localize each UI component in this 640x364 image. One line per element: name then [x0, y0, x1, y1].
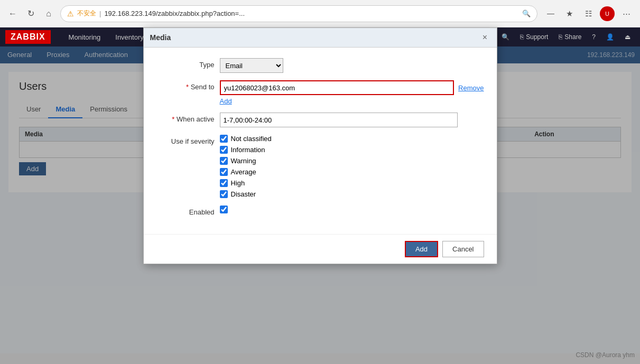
severity-disaster[interactable]: Disaster — [220, 190, 484, 198]
enabled-row: Enabled — [156, 206, 484, 216]
when-active-row: When active — [156, 113, 484, 127]
back-button[interactable]: ← — [5, 6, 20, 21]
modal-add-button[interactable]: Add — [405, 241, 438, 257]
enabled-label: Enabled — [156, 206, 215, 216]
severity-label: Use if severity — [156, 135, 215, 145]
help-button[interactable]: ? — [588, 31, 600, 43]
when-active-control — [220, 113, 484, 127]
favorites-button[interactable]: ★ — [561, 5, 578, 22]
add-send-to-link[interactable]: Add — [220, 97, 232, 105]
severity-high[interactable]: High — [220, 179, 484, 187]
nav-monitoring[interactable]: Monitoring — [61, 27, 108, 46]
send-to-input-row: Remove — [220, 80, 484, 95]
severity-average-checkbox[interactable] — [220, 168, 228, 176]
when-active-label: When active — [156, 113, 215, 123]
url-separator: | — [99, 10, 101, 17]
security-text: 不安全 — [77, 9, 96, 18]
remove-link[interactable]: Remove — [458, 84, 484, 92]
browser-nav-buttons: ← ↻ ⌂ — [5, 6, 56, 21]
profile-button[interactable]: U — [599, 5, 616, 22]
send-to-control: Remove Add — [220, 80, 484, 105]
when-active-input[interactable] — [220, 113, 458, 127]
severity-information[interactable]: Information — [220, 146, 484, 154]
severity-information-checkbox[interactable] — [220, 146, 228, 154]
severity-high-checkbox[interactable] — [220, 179, 228, 187]
home-button[interactable]: ⌂ — [41, 6, 56, 21]
severity-average[interactable]: Average — [220, 168, 484, 176]
modal-header: Media × — [144, 28, 497, 48]
share-button[interactable]: ⎘ Share — [554, 31, 586, 43]
severity-disaster-label: Disaster — [231, 190, 256, 198]
severity-checkboxes: Not classified Information Warning Avera… — [220, 135, 484, 198]
severity-not-classified[interactable]: Not classified — [220, 135, 484, 143]
top-nav-right: 🔍 ⎘ Support ⎘ Share ? 👤 ⏏ — [497, 31, 640, 43]
severity-control: Not classified Information Warning Avera… — [220, 135, 484, 198]
severity-warning-label: Warning — [231, 157, 256, 165]
severity-average-label: Average — [231, 168, 256, 176]
severity-information-label: Information — [231, 146, 265, 154]
user-avatar: U — [600, 6, 615, 21]
user-profile-button[interactable]: 👤 — [602, 31, 618, 43]
url-text: 192.168.223.149/zabbix/zabbix.php?action… — [104, 10, 519, 17]
support-button[interactable]: ⎘ Support — [516, 31, 552, 43]
modal-cancel-button[interactable]: Cancel — [442, 241, 484, 257]
type-control: Email SMS Jabber — [220, 58, 484, 73]
extensions-button[interactable]: ⸻ — [542, 5, 559, 22]
modal-body: Type Email SMS Jabber Send to Remove Add — [144, 48, 497, 234]
send-to-row: Send to Remove Add — [156, 80, 484, 105]
enabled-control — [220, 206, 484, 215]
severity-row: Use if severity Not classified Informati… — [156, 135, 484, 198]
media-modal: Media × Type Email SMS Jabber Send to Re… — [143, 27, 497, 264]
collections-button[interactable]: ☷ — [580, 5, 597, 22]
severity-not-classified-label: Not classified — [231, 135, 272, 143]
search-topbar-button[interactable]: 🔍 — [497, 31, 514, 43]
severity-disaster-checkbox[interactable] — [220, 190, 228, 198]
severity-warning-checkbox[interactable] — [220, 157, 228, 165]
enabled-checkbox[interactable] — [220, 206, 228, 213]
address-bar[interactable]: ⚠ 不安全 | 192.168.223.149/zabbix/zabbix.ph… — [60, 5, 537, 22]
security-warning-icon: ⚠ — [67, 10, 74, 18]
browser-bar: ← ↻ ⌂ ⚠ 不安全 | 192.168.223.149/zabbix/zab… — [0, 0, 640, 27]
severity-not-classified-checkbox[interactable] — [220, 135, 228, 143]
reload-button[interactable]: ↻ — [23, 6, 38, 21]
search-icon: 🔍 — [522, 10, 531, 17]
send-to-label: Send to — [156, 80, 215, 91]
send-to-input[interactable] — [220, 80, 455, 95]
type-row: Type Email SMS Jabber — [156, 58, 484, 73]
type-select[interactable]: Email SMS Jabber — [220, 58, 283, 73]
browser-action-buttons: ⸻ ★ ☷ U ⋯ — [542, 5, 635, 22]
severity-high-label: High — [231, 179, 245, 187]
severity-warning[interactable]: Warning — [220, 157, 484, 165]
modal-close-button[interactable]: × — [480, 32, 490, 43]
type-label: Type — [156, 58, 215, 69]
zabbix-logo[interactable]: ZABBIX — [5, 30, 51, 44]
modal-title: Media — [150, 33, 171, 42]
more-button[interactable]: ⋯ — [618, 5, 635, 22]
modal-footer: Add Cancel — [144, 234, 497, 264]
logout-button[interactable]: ⏏ — [620, 31, 635, 43]
